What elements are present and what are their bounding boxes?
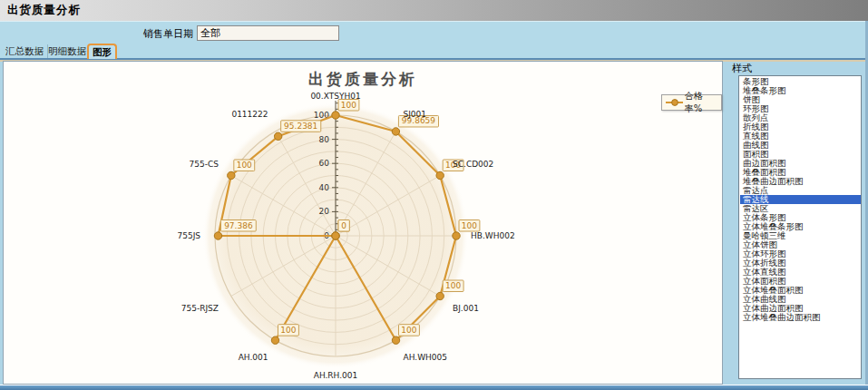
category-label: BJ.001 bbox=[453, 304, 479, 313]
data-point bbox=[228, 171, 235, 179]
data-point bbox=[214, 232, 221, 239]
data-point bbox=[274, 132, 281, 140]
category-label: SJ001 bbox=[404, 110, 427, 119]
data-point bbox=[332, 232, 339, 239]
style-option[interactable]: 立体堆叠曲边面积图 bbox=[740, 313, 861, 322]
legend-line-marker-icon bbox=[665, 98, 683, 107]
tab-detail-data[interactable]: 明细数据 bbox=[44, 44, 91, 58]
data-point bbox=[436, 171, 444, 179]
category-label: 0111222 bbox=[231, 110, 268, 119]
data-point bbox=[453, 232, 460, 239]
window-bottom-border bbox=[0, 385, 868, 390]
axis-tick-label: 40 bbox=[319, 183, 330, 192]
category-label: SC.CD002 bbox=[453, 160, 493, 169]
chart-legend: 合格率% bbox=[661, 94, 722, 111]
category-label: HB.WH002 bbox=[471, 231, 515, 240]
axis-tick-label: 20 bbox=[319, 207, 330, 216]
sales-date-label: 销售单日期 bbox=[143, 27, 193, 41]
radar-chart: 02040608010010099.8659100100100100010009… bbox=[4, 62, 722, 384]
value-label: 97.386 bbox=[224, 221, 253, 230]
category-label: 00.XTSYH01 bbox=[310, 92, 360, 101]
sales-date-input[interactable] bbox=[197, 25, 339, 41]
tab-summary-data[interactable]: 汇总数据 bbox=[2, 44, 48, 58]
data-point bbox=[392, 128, 399, 135]
axis-tick-label: 80 bbox=[319, 135, 330, 144]
category-label: AH.001 bbox=[239, 353, 268, 362]
chart-title: 出货质量分析 bbox=[4, 69, 722, 90]
style-panel-title: 样式 bbox=[732, 62, 752, 75]
legend-series-label: 合格率% bbox=[685, 90, 717, 115]
category-label: AH.RH.001 bbox=[314, 371, 358, 380]
style-listbox[interactable]: 条形图堆叠条形图饼图环形图散列点折线图直线图曲线图面积图曲边面积图堆叠面积图堆叠… bbox=[738, 75, 862, 379]
value-label: 100 bbox=[445, 281, 461, 290]
value-label: 95.2381 bbox=[284, 122, 317, 131]
value-label: 100 bbox=[280, 326, 296, 335]
tab-graph[interactable]: 图形 bbox=[87, 44, 117, 59]
chart-panel: 出货质量分析 02040608010010099.865910010010010… bbox=[3, 61, 723, 385]
window-title: 出货质量分析 bbox=[0, 3, 81, 18]
filter-bar: 销售单日期 bbox=[0, 21, 868, 43]
axis-tick-label: 60 bbox=[319, 159, 330, 168]
value-label: 100 bbox=[341, 101, 356, 110]
data-point bbox=[271, 336, 278, 344]
value-label: 100 bbox=[462, 221, 477, 230]
category-label: 755JS bbox=[177, 231, 200, 240]
window-title-bar: 出货质量分析 bbox=[0, 0, 868, 21]
data-point bbox=[332, 112, 339, 119]
value-label: 0 bbox=[341, 221, 346, 230]
value-label: 100 bbox=[237, 161, 252, 170]
value-label: 100 bbox=[401, 326, 416, 335]
category-label: AH.WH005 bbox=[404, 353, 447, 362]
category-label: 755-CS bbox=[190, 160, 219, 169]
tab-strip: 汇总数据 明细数据 图形 bbox=[0, 43, 868, 60]
data-point bbox=[436, 292, 444, 299]
category-label: 755-RJSZ bbox=[181, 304, 219, 313]
data-point bbox=[392, 336, 399, 344]
